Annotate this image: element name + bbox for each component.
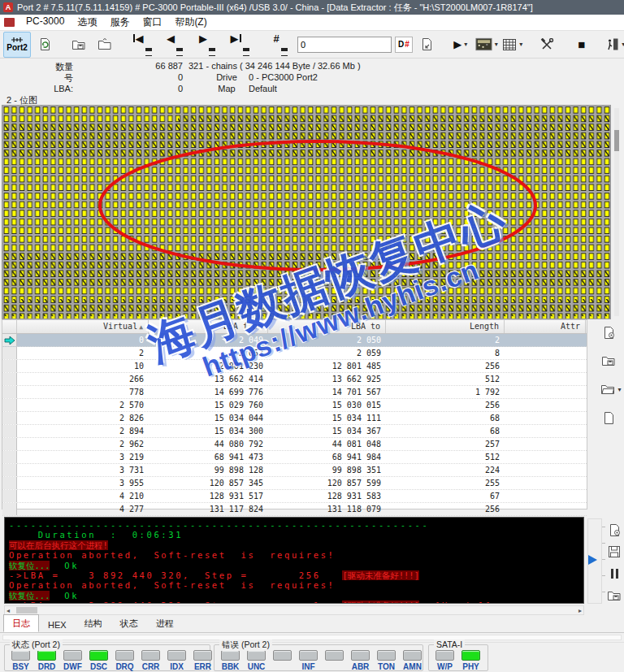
stop-button[interactable]: ■ <box>570 33 594 57</box>
row-header-cell[interactable] <box>2 360 17 372</box>
folder-open-icon <box>98 38 112 51</box>
led-indicator <box>403 650 422 661</box>
row-header-cell[interactable] <box>2 334 17 346</box>
hash-red-icon: # <box>405 40 410 49</box>
row-header-cell[interactable] <box>2 412 17 424</box>
table-row[interactable]: 2 82615 034 04415 034 11168 <box>2 412 587 425</box>
menu-item-[interactable]: 窗口 <box>136 15 168 30</box>
table-row[interactable]: 3 21968 941 47368 941 984512 <box>2 451 587 464</box>
row-header-cell[interactable] <box>2 386 17 398</box>
table-open-button[interactable]: ▾ <box>599 379 623 399</box>
row-header-cell[interactable] <box>2 503 17 515</box>
goto-page-button[interactable] <box>414 33 439 57</box>
column-header-lba-to[interactable]: LBA to <box>268 320 386 333</box>
log-pause-button[interactable] <box>604 564 624 583</box>
menu-item-[interactable]: 服务 <box>103 15 136 30</box>
row-header-cell[interactable] <box>2 451 17 463</box>
sector-number-input[interactable] <box>297 37 392 53</box>
status-group-label: 错误 (Port 2) <box>219 639 272 651</box>
stop-icon: ■ <box>578 38 585 50</box>
table-settings-button[interactable] <box>599 323 618 342</box>
tab-进程[interactable]: 进程 <box>147 614 183 632</box>
last-record-button[interactable]: ▶ <box>224 31 255 59</box>
decimal-hash-button[interactable]: D# <box>395 37 413 53</box>
table-row[interactable]: 2 89415 034 30015 034 36768 <box>2 425 587 438</box>
row-header-cell[interactable] <box>2 464 17 476</box>
led-label: W/P <box>437 662 453 671</box>
log-settings-button[interactable] <box>604 520 624 540</box>
menu-item-pc3000[interactable]: PC-3000 <box>20 15 71 30</box>
column-header-lba-from[interactable]: LBA from <box>149 320 268 333</box>
table-row[interactable]: 3 955120 857 345120 857 599255 <box>2 477 587 490</box>
row-header-cell[interactable] <box>2 347 17 359</box>
table-row[interactable]: 02 0492 0502 <box>2 334 587 347</box>
log-save-button[interactable] <box>604 542 624 561</box>
led-label: ABR <box>352 662 370 671</box>
cell: 15 034 367 <box>268 427 386 436</box>
load-map-button[interactable] <box>93 33 117 57</box>
table-body: 02 0492 050222 0522 05981012 801 23012 8… <box>2 334 587 516</box>
start-button[interactable]: ▶▾ <box>448 33 473 57</box>
prev-record-button[interactable]: ◀ <box>159 31 190 59</box>
pause-icon <box>611 569 618 579</box>
led-indicator <box>89 650 108 661</box>
log-hscroll-thumb[interactable] <box>16 607 37 613</box>
scroll-left-icon[interactable]: ◂ <box>5 607 10 614</box>
tab-结构[interactable]: 结构 <box>76 614 111 632</box>
exit-button[interactable]: ▾ <box>604 33 624 57</box>
scroll-right-icon[interactable]: ▸ <box>578 607 583 614</box>
save-map-button[interactable] <box>67 33 91 57</box>
led-indicator <box>462 650 480 661</box>
led-indicator <box>325 650 344 661</box>
column-header-virtual[interactable]: Virtual▲ <box>17 320 149 333</box>
menu-item-z[interactable]: 帮助(Z) <box>168 15 213 30</box>
cell: 15 030 015 <box>268 401 386 410</box>
tab-hex[interactable]: HEX <box>39 617 76 632</box>
tab-状态[interactable]: 状态 <box>111 614 147 632</box>
map-view-button[interactable]: ▾ <box>474 33 499 57</box>
log-export-button[interactable] <box>604 586 624 605</box>
table-row[interactable]: 22 0522 0598 <box>2 347 587 360</box>
row-header-cell[interactable] <box>2 425 17 437</box>
goto-number-button[interactable]: # <box>265 31 296 59</box>
led-indicator <box>299 650 318 661</box>
table-row[interactable]: 3 73199 898 12899 898 351224 <box>2 464 587 477</box>
column-header-length[interactable]: Length <box>386 320 505 333</box>
table-row[interactable]: 1012 801 23012 801 485256 <box>2 360 587 373</box>
refresh-icon <box>38 37 52 51</box>
sector-bitmap[interactable] <box>2 105 611 319</box>
table-row[interactable]: 4 210128 931 517128 931 58367 <box>2 490 587 503</box>
table-row[interactable]: 2 96244 080 79244 081 048257 <box>2 438 587 451</box>
table-row[interactable]: 77814 699 77614 701 5671 792 <box>2 386 587 399</box>
utility-tools-button[interactable] <box>535 33 560 57</box>
map-thumbnail-icon <box>475 37 492 51</box>
log-slider-thumb[interactable] <box>588 555 597 565</box>
row-header-cell[interactable] <box>2 438 17 450</box>
row-header-cell[interactable] <box>2 477 17 489</box>
refresh-button[interactable] <box>32 33 57 57</box>
stack-icon <box>243 48 249 56</box>
port2-button[interactable]: Port2 <box>3 32 31 58</box>
row-header-cell[interactable] <box>2 399 17 411</box>
grid-view-button[interactable]: ▾ <box>500 33 525 57</box>
led-wp: W/P <box>436 650 454 671</box>
chevron-down-icon: ▾ <box>464 41 467 48</box>
tab-日志[interactable]: 日志 <box>3 614 39 632</box>
column-header-attr[interactable]: Attr <box>505 320 586 333</box>
table-new-button[interactable] <box>599 408 618 427</box>
first-record-button[interactable]: ◀ <box>127 31 158 59</box>
led-drq: DRQ <box>115 650 134 671</box>
table-row[interactable]: 2 57015 029 76015 030 015256 <box>2 399 587 412</box>
cell: 14 699 776 <box>149 388 268 397</box>
table-row[interactable]: 26613 662 41413 662 925512 <box>2 373 587 386</box>
row-header-cell[interactable] <box>2 490 17 502</box>
table-save-button[interactable] <box>599 351 618 371</box>
cell: 266 <box>17 375 149 384</box>
exit-door-icon <box>606 37 619 51</box>
table-row[interactable]: 4 277131 117 824131 118 079256 <box>2 503 587 516</box>
bitmap-scrollbar-thumb[interactable] <box>614 130 619 151</box>
row-header-cell[interactable] <box>2 373 17 385</box>
next-record-button[interactable]: ▶ <box>192 31 223 59</box>
cell: 12 801 485 <box>268 362 386 371</box>
menu-item-[interactable]: 选项 <box>71 15 103 30</box>
